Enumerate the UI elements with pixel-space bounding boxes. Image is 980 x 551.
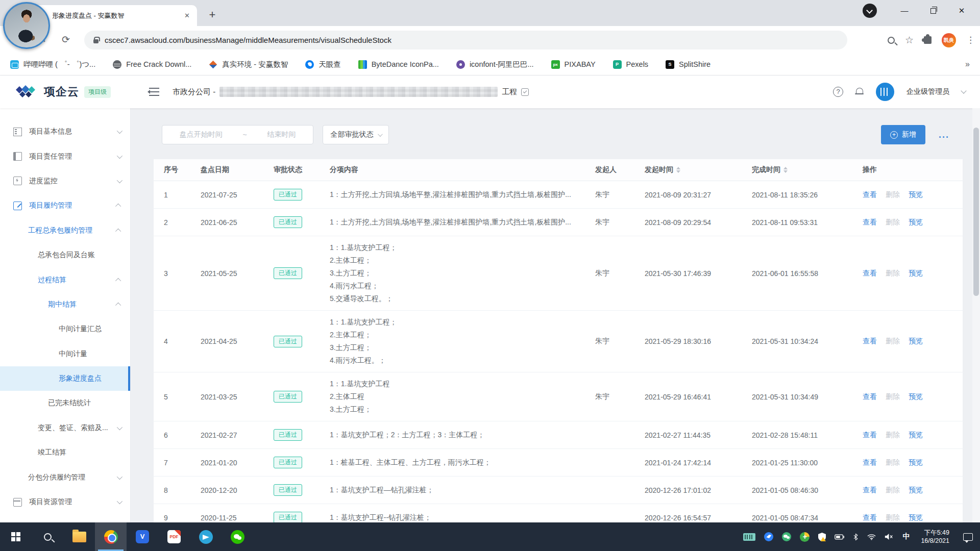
taskbar-chrome-icon[interactable] xyxy=(95,522,127,551)
sort-desc-icon[interactable] xyxy=(783,170,788,173)
sidebar-item[interactable]: 期中结算 xyxy=(0,292,130,317)
date-range-input[interactable]: 盘点开始时间 ~ 结束时间 xyxy=(162,125,313,144)
delete-link[interactable]: 删除 xyxy=(886,458,900,467)
view-link[interactable]: 查看 xyxy=(863,513,877,522)
new-tab-button[interactable]: + xyxy=(204,7,220,23)
close-button[interactable]: ✕ xyxy=(947,0,976,21)
feishu-tray-icon[interactable] xyxy=(764,532,773,541)
bookmark-item[interactable]: Free Crack Downl... xyxy=(113,60,191,69)
scrollbar-thumb[interactable] xyxy=(973,128,979,296)
view-link[interactable]: 查看 xyxy=(863,431,877,440)
bookmark-item[interactable]: SSplitShire xyxy=(666,60,710,69)
sidebar-item[interactable]: 分包分供履约管理 xyxy=(0,465,130,489)
sidebar-item[interactable]: 项目基本信息 xyxy=(0,119,130,144)
add-button[interactable]: + 新增 xyxy=(881,125,925,144)
delete-link[interactable]: 删除 xyxy=(886,269,900,278)
switch-project-icon[interactable] xyxy=(521,88,529,96)
preview-link[interactable]: 预览 xyxy=(909,190,923,199)
preview-link[interactable]: 预览 xyxy=(909,458,923,467)
defender-tray-icon[interactable] xyxy=(818,533,826,541)
delete-link[interactable]: 删除 xyxy=(886,431,900,440)
bookmark-item[interactable]: pxPIXABAY xyxy=(551,60,596,69)
sidebar-item[interactable]: 进度监控 xyxy=(0,169,130,193)
bookmarks-overflow-icon[interactable]: » xyxy=(965,60,970,69)
taskbar-pdf-app-icon[interactable]: PDF xyxy=(158,522,190,551)
sidebar-item[interactable]: 过程结算 xyxy=(0,267,130,292)
bookmark-item[interactable]: 真实环境 - 安赢数智 xyxy=(209,60,288,69)
sidebar-item[interactable]: 项目责任管理 xyxy=(0,144,130,168)
taskbar-start-icon[interactable] xyxy=(0,522,32,551)
address-bar[interactable]: cscec7.awsacloud.com/businessManage/midd… xyxy=(84,31,847,49)
approval-status-select[interactable]: 全部审批状态 xyxy=(323,125,389,144)
delete-link[interactable]: 删除 xyxy=(886,337,900,346)
sort-asc-icon[interactable] xyxy=(676,167,680,169)
wechat-tray-icon[interactable] xyxy=(782,532,791,541)
ime-indicator[interactable]: 中 xyxy=(902,532,910,542)
more-actions-button[interactable]: ... xyxy=(939,130,949,140)
view-link[interactable]: 查看 xyxy=(863,486,877,495)
volume-muted-tray-icon[interactable] xyxy=(885,533,893,540)
sidebar-item[interactable]: 总承包合同及台账 xyxy=(0,243,130,267)
view-link[interactable]: 查看 xyxy=(863,190,877,199)
wifi-tray-icon[interactable] xyxy=(867,534,876,540)
clock[interactable]: 下午5:49 16/8/2021 xyxy=(919,529,951,545)
preview-link[interactable]: 预览 xyxy=(909,218,923,227)
search-icon[interactable] xyxy=(888,37,895,44)
browser-profile-avatar[interactable]: 凯炎 xyxy=(942,33,956,47)
bookmark-item[interactable]: 哔哩哔哩 ( ゜- ゜)つ... xyxy=(10,60,95,69)
action-center-icon[interactable] xyxy=(963,533,973,541)
sidebar-item[interactable]: 已完未结统计 xyxy=(0,391,130,415)
preview-link[interactable]: 预览 xyxy=(909,337,923,346)
sort-asc-icon[interactable] xyxy=(783,167,788,169)
preview-link[interactable]: 预览 xyxy=(909,513,923,522)
sidebar-item[interactable]: 中间计量汇总 xyxy=(0,317,130,341)
preview-link[interactable]: 预览 xyxy=(909,486,923,495)
notification-bell-icon[interactable] xyxy=(855,87,864,96)
sidebar-item[interactable]: 工程总承包履约管理 xyxy=(0,218,130,243)
browser-tab[interactable]: 形象进度盘点 - 安赢数智 ✕ xyxy=(29,5,197,26)
taskbar-wechat-app-icon[interactable] xyxy=(222,522,253,551)
battery-tray-icon[interactable] xyxy=(835,534,844,540)
preview-link[interactable]: 预览 xyxy=(909,392,923,402)
delete-link[interactable]: 删除 xyxy=(886,218,900,227)
keyboard-tray-icon[interactable] xyxy=(743,533,755,541)
sidebar-item[interactable]: 竣工结算 xyxy=(0,440,130,465)
sort-icon[interactable] xyxy=(676,167,680,173)
view-link[interactable]: 查看 xyxy=(863,218,877,227)
sidebar-collapse-icon[interactable] xyxy=(149,88,159,96)
sidebar-item[interactable]: 项目资源管理 xyxy=(0,490,130,514)
media-control-icon[interactable] xyxy=(863,4,877,18)
delete-link[interactable]: 删除 xyxy=(886,486,900,495)
sidebar-item[interactable]: 变更、签证、索赔及... xyxy=(0,416,130,440)
view-link[interactable]: 查看 xyxy=(863,458,877,467)
delete-link[interactable]: 删除 xyxy=(886,392,900,402)
bluetooth-tray-icon[interactable] xyxy=(853,533,859,541)
sort-desc-icon[interactable] xyxy=(676,170,680,173)
sidebar-item[interactable]: 中间计量 xyxy=(0,342,130,366)
bookmark-item[interactable]: PPexels xyxy=(613,60,649,69)
view-link[interactable]: 查看 xyxy=(863,337,877,346)
restore-button[interactable] xyxy=(919,0,947,21)
sidebar-item[interactable]: 形象进度盘点 xyxy=(0,366,130,391)
delete-link[interactable]: 删除 xyxy=(886,513,900,522)
view-link[interactable]: 查看 xyxy=(863,392,877,402)
taskbar-telegram-app-icon[interactable] xyxy=(190,522,222,551)
user-avatar[interactable] xyxy=(876,83,894,101)
minimize-button[interactable]: — xyxy=(890,0,919,21)
view-link[interactable]: 查看 xyxy=(863,269,877,278)
extensions-icon[interactable] xyxy=(924,36,932,44)
bookmark-item[interactable]: ByteDance IconPa... xyxy=(358,60,439,69)
taskbar-meeting-app-icon[interactable]: V xyxy=(127,522,158,551)
sidebar-item[interactable]: 项目履约管理 xyxy=(0,193,130,218)
page-scrollbar[interactable] xyxy=(972,108,980,522)
preview-link[interactable]: 预览 xyxy=(909,269,923,278)
safe360-tray-icon[interactable] xyxy=(800,532,810,542)
reload-icon[interactable]: ⟳ xyxy=(58,32,74,47)
tab-close-icon[interactable]: ✕ xyxy=(184,12,190,19)
browser-menu-icon[interactable]: ⋮ xyxy=(966,35,975,45)
help-icon[interactable]: ? xyxy=(833,87,843,97)
chevron-down-icon[interactable] xyxy=(961,88,966,93)
sort-icon[interactable] xyxy=(783,167,788,173)
bookmark-item[interactable]: 天眼查 xyxy=(305,60,341,69)
bookmark-star-icon[interactable]: ☆ xyxy=(905,36,914,45)
